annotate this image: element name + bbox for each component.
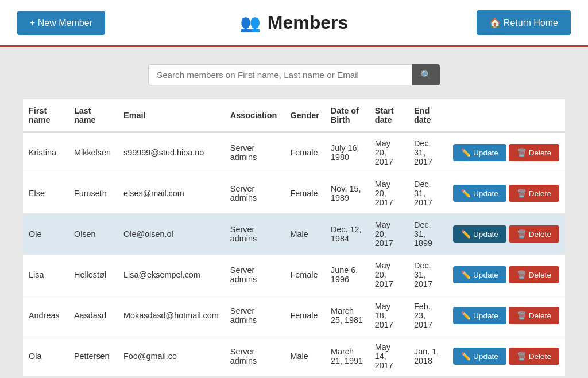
table-cell: May 20, 2017 [369, 255, 408, 295]
col-start-date: Start date [369, 99, 408, 132]
table-row: OleOlsenOle@olsen.olServer adminsMaleDec… [23, 214, 565, 255]
table-cell: Female [285, 295, 325, 336]
table-row: AndreasAasdasdMokasdasd@hotmail.comServe… [23, 295, 565, 336]
table-cell: Female [285, 132, 325, 173]
actions-cell: ✏️ Update🗑️ Delete [447, 132, 565, 173]
table-cell: Lisa [23, 255, 68, 295]
table-cell: Pettersen [68, 336, 118, 377]
table-cell: May 20, 2017 [369, 214, 408, 255]
table-cell: Nov. 15, 1989 [325, 173, 369, 214]
table-cell: Server admins [225, 295, 285, 336]
top-bar: + New Member 👥 Members 🏠 Return Home [0, 0, 588, 47]
col-dob: Date of Birth [325, 99, 369, 132]
update-button[interactable]: ✏️ Update [453, 144, 506, 161]
delete-button[interactable]: 🗑️ Delete [509, 225, 559, 243]
table-cell: Ola [23, 336, 68, 377]
col-last-name: Last name [68, 99, 118, 132]
search-button[interactable]: 🔍 [412, 64, 440, 85]
search-bar: 🔍 [23, 64, 565, 85]
table-cell: Female [285, 255, 325, 295]
table-cell: elses@mail.com [118, 173, 225, 214]
delete-button[interactable]: 🗑️ Delete [509, 185, 559, 202]
update-button[interactable]: ✏️ Update [453, 348, 506, 365]
table-cell: Hellestøl [68, 255, 118, 295]
table-cell: Olsen [68, 214, 118, 255]
table-cell: May 14, 2017 [369, 336, 408, 377]
table-body: KristinaMikkelsens99999@stud.hioa.noServ… [23, 132, 565, 377]
update-button[interactable]: ✏️ Update [453, 266, 506, 283]
table-cell: Jan. 1, 2018 [408, 336, 447, 377]
table-header: First name Last name Email Association G… [23, 99, 565, 132]
table-cell: Furuseth [68, 173, 118, 214]
table-cell: Male [285, 336, 325, 377]
table-cell: Server admins [225, 132, 285, 173]
actions-cell: ✏️ Update🗑️ Delete [447, 336, 565, 377]
table-cell: Foo@gmail.co [118, 336, 225, 377]
table-cell: May 20, 2017 [369, 132, 408, 173]
table-cell: Else [23, 173, 68, 214]
table-cell: Server admins [225, 214, 285, 255]
update-button[interactable]: ✏️ Update [453, 185, 506, 202]
table-cell: Server admins [225, 255, 285, 295]
table-cell: Female [285, 173, 325, 214]
actions-cell: ✏️ Update🗑️ Delete [447, 255, 565, 295]
table-cell: March 21, 1991 [325, 336, 369, 377]
table-cell: May 18, 2017 [369, 295, 408, 336]
table-cell: Kristina [23, 132, 68, 173]
table-cell: Lisa@eksempel.com [118, 255, 225, 295]
actions-cell: ✏️ Update🗑️ Delete [447, 295, 565, 336]
table-cell: Server admins [225, 336, 285, 377]
table-cell: Dec. 31, 1899 [408, 214, 447, 255]
table-cell: Server admins [225, 173, 285, 214]
table-cell: Male [285, 214, 325, 255]
table-cell: June 6, 1996 [325, 255, 369, 295]
members-table: First name Last name Email Association G… [23, 99, 565, 377]
table-cell: s99999@stud.hioa.no [118, 132, 225, 173]
table-cell: Andreas [23, 295, 68, 336]
delete-button[interactable]: 🗑️ Delete [509, 144, 559, 161]
table-row: LisaHellestølLisa@eksempel.comServer adm… [23, 255, 565, 295]
search-input[interactable] [148, 64, 412, 85]
table-row: KristinaMikkelsens99999@stud.hioa.noServ… [23, 132, 565, 173]
return-home-button[interactable]: 🏠 Return Home [477, 10, 571, 35]
content-area: 🔍 First name Last name Email Association… [0, 47, 588, 378]
delete-button[interactable]: 🗑️ Delete [509, 348, 559, 365]
table-cell: Dec. 31, 2017 [408, 132, 447, 173]
col-end-date: End date [408, 99, 447, 132]
members-icon: 👥 [240, 13, 261, 33]
table-cell: July 16, 1980 [325, 132, 369, 173]
table-cell: May 20, 2017 [369, 173, 408, 214]
new-member-button[interactable]: + New Member [17, 11, 105, 35]
update-button[interactable]: ✏️ Update [453, 307, 506, 324]
table-row: OlaPettersenFoo@gmail.coServer adminsMal… [23, 336, 565, 377]
table-row: ElseFurusethelses@mail.comServer adminsF… [23, 173, 565, 214]
col-gender: Gender [285, 99, 325, 132]
col-email: Email [118, 99, 225, 132]
table-cell: Mokasdasd@hotmail.com [118, 295, 225, 336]
page-title: 👥 Members [240, 12, 349, 33]
table-cell: Dec. 31, 2017 [408, 255, 447, 295]
col-association: Association [225, 99, 285, 132]
delete-button[interactable]: 🗑️ Delete [509, 307, 559, 324]
col-actions [447, 99, 565, 132]
col-first-name: First name [23, 99, 68, 132]
search-icon: 🔍 [420, 70, 432, 80]
table-cell: Aasdasd [68, 295, 118, 336]
table-cell: Ole [23, 214, 68, 255]
table-cell: Dec. 31, 2017 [408, 173, 447, 214]
actions-cell: ✏️ Update🗑️ Delete [447, 173, 565, 214]
actions-cell: ✏️ Update🗑️ Delete [447, 214, 565, 255]
table-cell: Dec. 12, 1984 [325, 214, 369, 255]
table-cell: March 25, 1981 [325, 295, 369, 336]
table-cell: Feb. 23, 2017 [408, 295, 447, 336]
update-button[interactable]: ✏️ Update [453, 225, 506, 243]
delete-button[interactable]: 🗑️ Delete [509, 266, 559, 283]
table-cell: Ole@olsen.ol [118, 214, 225, 255]
table-cell: Mikkelsen [68, 132, 118, 173]
